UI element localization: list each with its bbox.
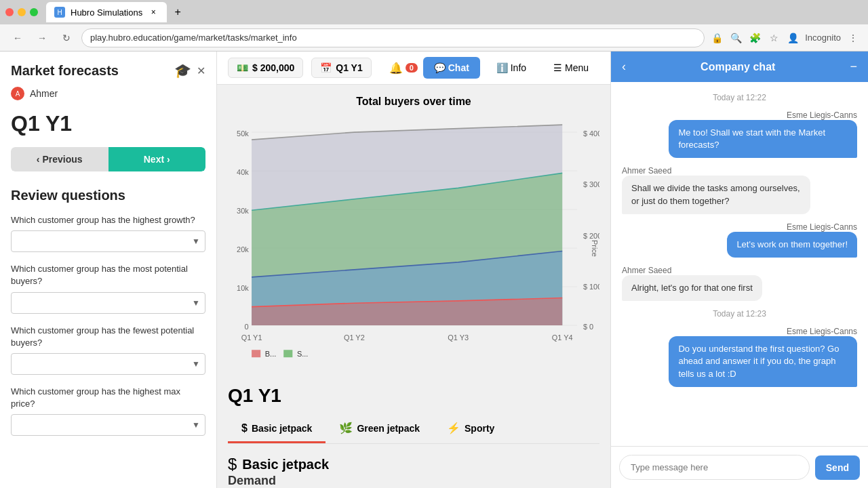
- question-4-dropdown[interactable]: [11, 414, 205, 436]
- chevron-right-icon: ›: [167, 154, 170, 165]
- chevron-left-icon: ‹: [37, 154, 40, 165]
- basic-jetpack-large-label: Basic jetpack: [242, 457, 329, 472]
- basic-jetpack-label: Basic jetpack: [252, 423, 313, 434]
- profile-icon[interactable]: 👤: [786, 31, 800, 45]
- chat-input[interactable]: [619, 455, 810, 480]
- timestamp-2: Today at 12:23: [622, 309, 857, 319]
- lightning-icon: ⚡: [447, 422, 460, 434]
- quarter-badge: 📅 Q1 Y1: [311, 58, 371, 78]
- svg-text:$ 200: $ 200: [583, 232, 599, 240]
- bookmark-icon[interactable]: ☆: [767, 31, 781, 45]
- close-window-control[interactable]: [5, 8, 14, 16]
- chart-area: Total buyers over time 50k 40k 30k 20k 1…: [217, 85, 610, 385]
- chart-svg: 50k 40k 30k 20k 10k 0 $ 400 $ 300 $ 200 …: [228, 119, 599, 376]
- sidebar-header: Market forecasts 🎓 ✕: [11, 62, 205, 79]
- center-content: 💵 $ 200,000 📅 Q1 Y1 🔔 0 💬 Chat ℹ️ Info ☰…: [217, 52, 610, 488]
- cast-icon[interactable]: 🔒: [710, 31, 724, 45]
- navigation-buttons: ‹ Previous Next ›: [11, 147, 205, 171]
- svg-text:40k: 40k: [237, 168, 249, 176]
- next-label: Next: [144, 154, 164, 165]
- window-controls: [5, 8, 38, 16]
- tab-favicon: H: [54, 7, 65, 18]
- sender-ahmer-2: Ahmer Saeed: [622, 266, 671, 275]
- svg-text:$ 100: $ 100: [583, 283, 599, 291]
- send-button[interactable]: Send: [815, 455, 860, 480]
- question-2-dropdown[interactable]: [11, 292, 205, 314]
- demand-row: $ Basic jetpack: [217, 455, 610, 474]
- review-questions-title: Review questions: [11, 188, 205, 203]
- leaf-icon: 🌿: [339, 422, 353, 434]
- reload-button[interactable]: ↻: [57, 28, 76, 47]
- message-bubble-3: Let's work on them together!: [727, 232, 857, 258]
- sidebar-icons: 🎓 ✕: [174, 62, 205, 79]
- search-icon[interactable]: 🔍: [729, 31, 743, 45]
- message-right-2: Esme Liegis-Canns Let's work on them tog…: [622, 222, 857, 258]
- chat-nav-button[interactable]: 💬 Chat: [423, 57, 480, 79]
- chat-header: ‹ Company chat −: [611, 52, 868, 82]
- product-tab-basic[interactable]: $ Basic jetpack: [228, 415, 326, 443]
- chart-title: Total buyers over time: [228, 96, 599, 108]
- product-tab-green[interactable]: 🌿 Green jetpack: [326, 415, 433, 443]
- quarter-section-title: Q1 Y1: [228, 385, 599, 407]
- question-1: Which customer group has the highest gro…: [11, 214, 205, 252]
- sporty-label: Sporty: [465, 423, 494, 434]
- product-tab-sporty[interactable]: ⚡ Sporty: [433, 415, 508, 443]
- menu-dots-icon[interactable]: ⋮: [846, 31, 860, 45]
- quarter-label: Q1 Y1: [336, 62, 362, 73]
- back-button[interactable]: ←: [8, 28, 27, 47]
- info-nav-button[interactable]: ℹ️ Info: [486, 57, 537, 79]
- timestamp-1: Today at 12:22: [622, 93, 857, 102]
- extension-icon[interactable]: 🧩: [748, 31, 762, 45]
- message-left-1: Ahmer Saeed Shall we divide the tasks am…: [622, 166, 857, 214]
- svg-rect-26: [252, 350, 260, 357]
- message-right-3: Esme Liegis-Canns Do you understand the …: [622, 327, 857, 387]
- browser-chrome: H Hubro Simulations × + ← → ↻ play.hubro…: [0, 0, 868, 52]
- user-avatar: A: [11, 87, 24, 100]
- svg-text:$ 400: $ 400: [583, 129, 599, 138]
- quarter-section: Q1 Y1 $ Basic jetpack 🌿 Green jetpack ⚡ …: [217, 385, 610, 455]
- svg-text:Q1 Y3: Q1 Y3: [448, 333, 469, 342]
- message-left-2: Ahmer Saeed Alright, let's go for that o…: [622, 266, 857, 301]
- question-3-dropdown-container: ▼: [11, 353, 205, 375]
- chat-messages: Today at 12:22 Esme Liegis-Canns Me too!…: [611, 82, 868, 446]
- svg-text:20k: 20k: [237, 245, 249, 253]
- notification-button[interactable]: 🔔 0: [389, 62, 418, 75]
- new-tab-button[interactable]: +: [170, 4, 186, 20]
- sidebar-close-icon[interactable]: ✕: [197, 64, 205, 77]
- maximize-window-control[interactable]: [30, 8, 38, 16]
- minimize-window-control[interactable]: [18, 8, 26, 16]
- chat-title: Company chat: [701, 61, 775, 73]
- chat-minimize-button[interactable]: −: [850, 60, 857, 74]
- graduation-cap-icon: 🎓: [174, 62, 191, 79]
- question-3-dropdown[interactable]: [11, 353, 205, 375]
- money-amount: $ 200,000: [252, 62, 294, 73]
- chat-back-button[interactable]: ‹: [622, 60, 626, 74]
- question-2-dropdown-container: ▼: [11, 292, 205, 314]
- svg-text:50k: 50k: [237, 129, 249, 138]
- sender-esme-3: Esme Liegis-Canns: [787, 327, 857, 336]
- sender-esme-1: Esme Liegis-Canns: [787, 110, 857, 120]
- forward-button[interactable]: →: [33, 28, 52, 47]
- money-badge: 💵 $ 200,000: [228, 58, 303, 78]
- svg-text:S...: S...: [297, 350, 308, 358]
- sidebar-title: Market forecasts: [11, 63, 119, 79]
- url-input[interactable]: play.hubro.education/game/market/tasks/m…: [81, 28, 705, 47]
- address-bar: ← → ↻ play.hubro.education/game/market/t…: [0, 24, 868, 52]
- chart-container: 50k 40k 30k 20k 10k 0 $ 400 $ 300 $ 200 …: [228, 119, 599, 376]
- question-4-text: Which customer group has the highest max…: [11, 386, 205, 410]
- question-4-dropdown-container: ▼: [11, 414, 205, 436]
- dollar-icon: $: [241, 422, 248, 434]
- next-button[interactable]: Next ›: [108, 147, 206, 171]
- question-3-text: Which customer group has the fewest pote…: [11, 325, 205, 349]
- user-badge: A Ahmer: [11, 87, 205, 100]
- sidebar: Market forecasts 🎓 ✕ A Ahmer Q1 Y1 ‹ Pre…: [0, 52, 217, 488]
- question-1-dropdown[interactable]: [11, 230, 205, 252]
- demand-label: Demand: [217, 474, 610, 488]
- message-right-1: Esme Liegis-Canns Me too! Shall we start…: [622, 110, 857, 158]
- tab-close-button[interactable]: ×: [148, 7, 159, 18]
- menu-nav-button[interactable]: ☰ Menu: [542, 57, 599, 79]
- previous-button[interactable]: ‹ Previous: [11, 147, 108, 171]
- previous-label: Previous: [43, 154, 83, 165]
- active-tab[interactable]: H Hubro Simulations ×: [46, 2, 167, 22]
- notification-badge: 0: [406, 63, 418, 73]
